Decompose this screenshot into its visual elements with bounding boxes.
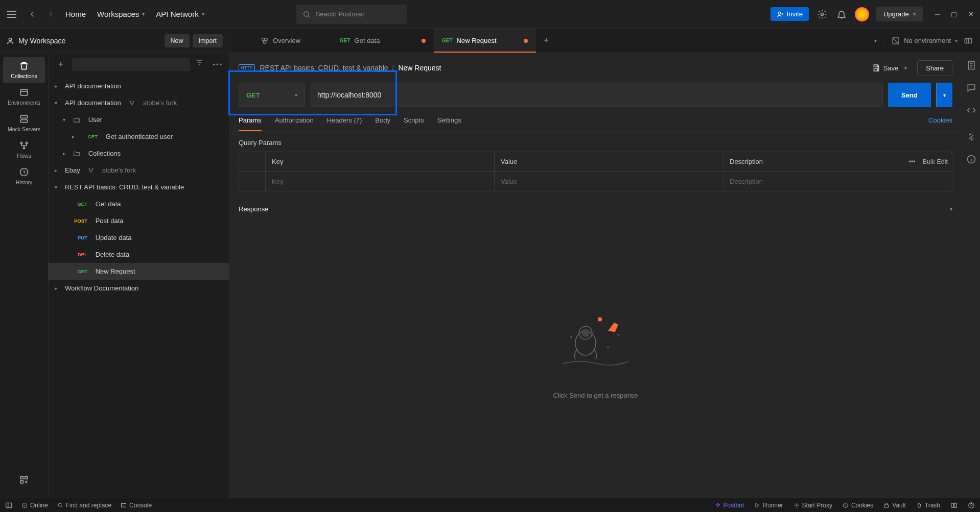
related-icon[interactable] bbox=[966, 132, 976, 142]
two-pane-icon[interactable] bbox=[950, 502, 958, 509]
tab-headers[interactable]: Headers (7) bbox=[327, 116, 362, 131]
svg-point-21 bbox=[131, 104, 132, 105]
status-postbot[interactable]: Postbot bbox=[715, 502, 744, 509]
status-find-replace[interactable]: Find and replace bbox=[57, 502, 111, 509]
tree-item-user[interactable]: ▾ User bbox=[49, 111, 229, 128]
menu-button[interactable] bbox=[6, 9, 17, 20]
tree-item-update-data[interactable]: PUT Update data bbox=[49, 229, 229, 246]
status-vault[interactable]: Vault bbox=[883, 502, 905, 509]
window-close[interactable]: ✕ bbox=[968, 10, 974, 18]
filter-icon[interactable] bbox=[195, 58, 207, 70]
code-icon[interactable] bbox=[966, 105, 976, 115]
row-more-button[interactable]: ••• bbox=[909, 158, 916, 165]
tab-new-request[interactable]: GET New Request bbox=[434, 29, 536, 53]
env-quick-look-icon[interactable] bbox=[964, 36, 973, 45]
folder-icon bbox=[73, 150, 80, 157]
send-dropdown[interactable]: ▾ bbox=[936, 83, 952, 107]
tree-item-rest-basics[interactable]: ▾REST API basics: CRUD, test & variable bbox=[49, 179, 229, 196]
svg-point-13 bbox=[26, 142, 27, 143]
tab-add-button[interactable]: + bbox=[536, 35, 556, 46]
help-icon[interactable] bbox=[968, 502, 975, 509]
back-icon[interactable] bbox=[28, 10, 37, 19]
workspace-name[interactable]: My Workspace bbox=[6, 37, 65, 45]
col-key: Key bbox=[266, 152, 495, 171]
tree-item-api-documentation-fork[interactable]: ▾API documentation stobe's fork bbox=[49, 94, 229, 111]
tabs-dropdown[interactable]: ▾ bbox=[874, 38, 877, 43]
info-icon[interactable] bbox=[966, 154, 976, 164]
comments-icon[interactable] bbox=[966, 83, 976, 93]
trash-icon bbox=[916, 502, 922, 508]
nav-api-network[interactable]: API Network▾ bbox=[156, 10, 204, 18]
invite-button[interactable]: Invite bbox=[771, 7, 809, 21]
tree-item-post-data[interactable]: POST Post data bbox=[49, 212, 229, 229]
upgrade-button[interactable]: Upgrade▾ bbox=[876, 7, 923, 21]
avatar[interactable] bbox=[855, 7, 869, 21]
tree-item-workflow-doc[interactable]: ▸Workflow Documentation bbox=[49, 280, 229, 297]
nav-home[interactable]: Home bbox=[65, 10, 86, 18]
response-collapse[interactable]: ▾ bbox=[950, 206, 952, 212]
tree-item-api-documentation[interactable]: ▸API documentation bbox=[49, 78, 229, 94]
rail-mock-servers[interactable]: Mock Servers bbox=[3, 110, 45, 136]
rail-environments[interactable]: Environments bbox=[3, 84, 45, 109]
rail-collections[interactable]: Collections bbox=[3, 57, 45, 83]
window-maximize[interactable]: ▢ bbox=[951, 10, 957, 18]
key-input[interactable]: Key bbox=[266, 172, 495, 191]
tree-item-get-auth-user[interactable]: ▸GET Get authenticated user bbox=[49, 128, 229, 145]
tab-settings[interactable]: Settings bbox=[437, 116, 461, 131]
status-online[interactable]: Online bbox=[21, 502, 48, 509]
tree-add-button[interactable]: + bbox=[55, 58, 67, 70]
share-button[interactable]: Share bbox=[917, 60, 952, 76]
tree-item-ebay[interactable]: ▸Ebay stobe's fork bbox=[49, 162, 229, 179]
rail-history[interactable]: History bbox=[3, 163, 45, 189]
tab-params[interactable]: Params bbox=[239, 116, 262, 131]
description-input[interactable]: Description bbox=[724, 172, 952, 191]
save-button[interactable]: Save▾ bbox=[867, 61, 913, 75]
new-button[interactable]: New bbox=[165, 34, 190, 47]
url-input[interactable]: http://localhost:8000 bbox=[310, 83, 883, 107]
tree-item-delete-data[interactable]: DEL Delete data bbox=[49, 246, 229, 263]
settings-button[interactable] bbox=[816, 8, 828, 20]
tab-authorization[interactable]: Authorization bbox=[275, 116, 314, 131]
status-trash[interactable]: Trash bbox=[916, 502, 940, 509]
svg-point-4 bbox=[262, 38, 265, 40]
forward-icon[interactable] bbox=[46, 10, 55, 19]
environment-select[interactable]: No environment ▾ bbox=[883, 37, 958, 45]
environments-icon bbox=[19, 87, 29, 97]
tree-item-new-request[interactable]: GET New Request bbox=[49, 263, 229, 280]
svg-rect-10 bbox=[20, 115, 27, 118]
value-input[interactable]: Value bbox=[495, 172, 724, 191]
window-minimize[interactable]: ─ bbox=[935, 10, 940, 18]
overview-icon bbox=[261, 37, 269, 45]
import-button[interactable]: Import bbox=[193, 34, 223, 47]
bulk-edit-button[interactable]: Bulk Edit bbox=[923, 158, 948, 165]
tree-search[interactable] bbox=[72, 58, 190, 71]
tab-get-data[interactable]: GET Get data bbox=[332, 29, 434, 53]
cookies-link[interactable]: Cookies bbox=[928, 116, 952, 131]
svg-point-23 bbox=[92, 168, 93, 169]
tab-body[interactable]: Body bbox=[375, 116, 390, 131]
breadcrumb-parent[interactable]: REST API basics: CRUD, test & variable bbox=[260, 64, 388, 72]
send-button[interactable]: Send bbox=[888, 83, 931, 107]
panel-toggle-icon[interactable] bbox=[5, 502, 12, 509]
query-params-title: Query Params bbox=[239, 139, 952, 147]
response-hint: Click Send to get a response bbox=[553, 392, 638, 399]
tree-item-collections-folder[interactable]: ▸ Collections bbox=[49, 145, 229, 162]
notifications-button[interactable] bbox=[835, 8, 848, 20]
tab-scripts[interactable]: Scripts bbox=[404, 116, 424, 131]
status-runner[interactable]: Runner bbox=[754, 502, 783, 509]
rail-configure[interactable] bbox=[3, 467, 45, 493]
docs-icon[interactable] bbox=[966, 60, 976, 70]
tab-overview[interactable]: Overview bbox=[229, 29, 332, 53]
status-cookies[interactable]: Cookies bbox=[843, 502, 873, 509]
nav-workspaces[interactable]: Workspaces▾ bbox=[97, 10, 145, 18]
response-panel: Response ▾ Click Send to get a response bbox=[229, 199, 962, 498]
status-start-proxy[interactable]: Start Proxy bbox=[794, 502, 832, 509]
bell-icon bbox=[836, 9, 847, 19]
status-console[interactable]: Console bbox=[121, 502, 152, 509]
tree-item-get-data[interactable]: GET Get data bbox=[49, 196, 229, 212]
global-search[interactable]: Search Postman bbox=[296, 5, 407, 24]
rail-flows[interactable]: Flows bbox=[3, 137, 45, 162]
method-select[interactable]: GET ▾ bbox=[239, 83, 305, 107]
svg-rect-9 bbox=[20, 89, 27, 95]
tree-more-button[interactable]: ••• bbox=[213, 61, 223, 68]
